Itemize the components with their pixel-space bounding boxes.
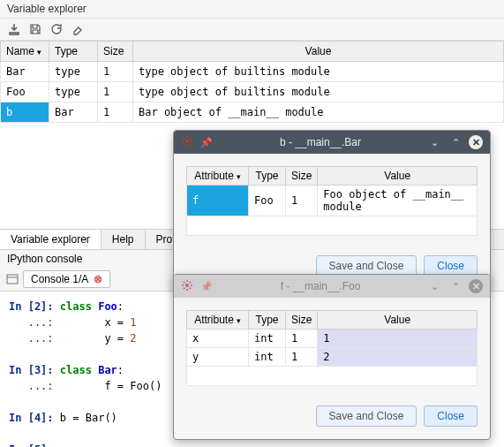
attr-value: 2	[318, 348, 478, 367]
save-icon[interactable]	[28, 22, 42, 36]
erase-icon[interactable]	[71, 22, 85, 36]
popup-titlebar[interactable]: 📌 f - __main__.Foo ⌄ ⌃ ✕	[174, 275, 490, 298]
var-name: b	[1, 102, 49, 123]
table-row[interactable]: x int 1 1	[187, 330, 478, 348]
var-size: 1	[98, 102, 133, 123]
attr-size: 1	[286, 186, 318, 216]
col-attr-header[interactable]: Attribute	[187, 167, 249, 186]
tab-help[interactable]: Help	[102, 230, 146, 249]
attr-size: 1	[286, 330, 318, 348]
svg-point-1	[185, 140, 189, 143]
col-name-header[interactable]: Name	[1, 42, 49, 62]
var-size: 1	[98, 62, 133, 82]
attr-type: int	[249, 348, 286, 367]
console-tab[interactable]: Console 1/A ⊗	[23, 270, 110, 288]
save-and-close-button[interactable]: Save and Close	[316, 405, 417, 427]
close-icon[interactable]: ✕	[469, 279, 483, 293]
var-name: Foo	[1, 82, 49, 102]
chevron-down-icon[interactable]: ⌄	[426, 278, 442, 294]
attr-type: Foo	[249, 186, 286, 216]
console-list-icon[interactable]	[5, 272, 19, 286]
svg-point-2	[185, 284, 189, 287]
close-button[interactable]: Close	[424, 405, 478, 427]
col-size-header[interactable]: Size	[98, 42, 133, 62]
object-inspector-popup-b[interactable]: 📌 b - __main__.Bar ⌄ ⌃ ✕ Attribute Type …	[173, 130, 491, 290]
var-name: Bar	[1, 62, 49, 82]
attr-name: y	[187, 348, 249, 367]
gear-icon	[181, 279, 193, 294]
close-icon[interactable]: ⊗	[94, 273, 102, 285]
col-type-header[interactable]: Type	[49, 42, 98, 62]
popup-title-text: b - __main__.Bar	[220, 136, 421, 148]
chevron-down-icon[interactable]: ⌄	[426, 134, 442, 150]
close-icon[interactable]: ✕	[469, 135, 483, 149]
col-value-header[interactable]: Value	[318, 311, 478, 330]
col-type-header[interactable]: Type	[249, 167, 286, 186]
variable-explorer-title: Variable explorer	[0, 0, 504, 19]
attr-value: 1	[318, 330, 478, 348]
col-size-header[interactable]: Size	[286, 311, 318, 330]
variable-explorer-toolbar	[0, 19, 504, 41]
var-value: Bar object of __main__ module	[133, 102, 504, 123]
table-row[interactable]: f Foo 1 Foo object of __main__ module	[187, 186, 478, 216]
col-size-header[interactable]: Size	[286, 167, 318, 186]
col-value-header[interactable]: Value	[318, 167, 478, 186]
var-value: type object of builtins module	[133, 82, 504, 102]
popup-titlebar[interactable]: 📌 b - __main__.Bar ⌄ ⌃ ✕	[174, 131, 490, 154]
col-type-header[interactable]: Type	[249, 311, 286, 330]
object-inspector-popup-f[interactable]: 📌 f - __main__.Foo ⌄ ⌃ ✕ Attribute Type …	[173, 274, 491, 440]
refresh-icon[interactable]	[49, 22, 64, 36]
attr-name: f	[187, 186, 249, 216]
attr-name: x	[187, 330, 249, 348]
table-row[interactable]: b Bar 1 Bar object of __main__ module	[1, 102, 504, 123]
table-row[interactable]: Bar type 1 type object of builtins modul…	[1, 62, 504, 82]
var-type: type	[49, 62, 98, 82]
chevron-up-icon[interactable]: ⌃	[448, 134, 463, 150]
variable-table[interactable]: Name Type Size Value Bar type 1 type obj…	[0, 41, 504, 123]
col-attr-header[interactable]: Attribute	[187, 311, 249, 330]
table-row[interactable]: Foo type 1 type object of builtins modul…	[1, 82, 504, 102]
pin-icon[interactable]: 📌	[199, 278, 214, 294]
pin-icon[interactable]: 📌	[199, 134, 214, 150]
svg-rect-0	[7, 275, 18, 284]
chevron-up-icon[interactable]: ⌃	[448, 278, 463, 294]
import-icon[interactable]	[7, 22, 21, 36]
gear-icon	[181, 135, 193, 150]
tab-variable-explorer[interactable]: Variable explorer	[0, 230, 102, 249]
var-type: Bar	[49, 102, 98, 123]
attr-size: 1	[286, 348, 318, 367]
attribute-table[interactable]: Attribute Type Size Value x int 1 1 y in…	[186, 310, 478, 386]
attr-value: Foo object of __main__ module	[318, 186, 478, 216]
var-size: 1	[98, 82, 133, 102]
var-type: type	[49, 82, 98, 102]
col-value-header[interactable]: Value	[133, 42, 504, 62]
popup-title-text: f - __main__.Foo	[220, 280, 421, 292]
attribute-table[interactable]: Attribute Type Size Value f Foo 1 Foo ob…	[186, 166, 478, 236]
attr-type: int	[249, 330, 286, 348]
console-tab-label: Console 1/A	[31, 273, 88, 285]
var-value: type object of builtins module	[133, 62, 504, 82]
table-row[interactable]: y int 1 2	[187, 348, 478, 367]
